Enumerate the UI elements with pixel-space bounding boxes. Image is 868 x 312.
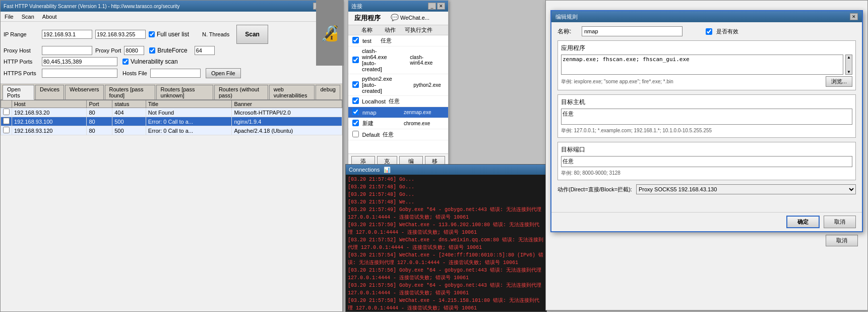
open-file-button[interactable]: Open File [206,68,241,78]
app-col-headers: 名称 动作 可执行文件 [348,25,448,35]
log-line: [03.20 21:57:52] WeChat.exe - dns.weixin… [348,236,544,251]
log-line: [03.20 21:57:56] Goby.exe *64 - gobygo.n… [348,267,544,282]
n-threads-input[interactable] [195,46,215,55]
scan-button[interactable]: Scan [236,25,268,44]
target-host-input[interactable]: 任意 [561,109,852,125]
app-checkbox[interactable] [352,97,359,104]
log-line: [03.20 21:57:48] Go... [348,183,544,191]
app-list-item[interactable]: Localhost 任意 [348,96,448,107]
connections-title: 连接 [351,3,362,10]
app-checkbox[interactable] [352,120,359,126]
tab-webservers[interactable]: Webservers [65,85,103,99]
wechat-item[interactable]: 💬 WeChat.e... [387,12,433,25]
fingerprint-panel: 🔏 [316,0,344,66]
app-list-item[interactable]: python2.exe [auto-created] python2.exe [348,74,448,96]
scanner-title: Fast HTTP Vulnerability Scanner (Version… [4,4,180,9]
brute-force-checkbox[interactable] [149,47,155,54]
proxy-port-label: Proxy Port [95,47,121,54]
row-host: 192.168.93.120 [12,126,87,135]
applist-minimize[interactable]: _ [428,3,436,10]
applist-close[interactable]: ✕ [437,3,445,10]
action-select[interactable]: Proxy SOCKS5 192.168.43.130 [636,184,856,194]
menu-file[interactable]: File [3,13,16,20]
wechat-icon: 💬 [391,14,399,21]
edit-rule-close[interactable]: ✕ [850,13,858,20]
outer-cancel-button[interactable]: 取消 [826,235,858,246]
proxy-host-label: Proxy Host [4,47,39,54]
valid-checkbox[interactable] [706,28,712,35]
app-section-title: 应用程序 [561,44,852,53]
app-list-item[interactable]: Default 任意 [348,129,448,140]
row-status: 500 [112,117,146,126]
proxy-row: Proxy Host Proxy Port BruteForce [4,46,339,55]
app-checkbox[interactable] [352,109,359,115]
hosts-file-input[interactable] [150,69,201,78]
row-checkbox[interactable] [3,109,10,115]
menu-bar: File Scan About [1,12,342,22]
col-port: Port [87,100,112,108]
full-user-list-checkbox[interactable] [149,31,155,37]
target-port-title: 目标端口 [561,145,852,154]
col-banner: Banner [232,100,342,108]
app-list-item[interactable]: nmap zenmap.exe [348,107,448,118]
row-port: 80 [87,126,112,135]
table-row[interactable]: 192.168.93.20 80 404 Not Found Microsoft… [1,108,342,117]
app-rows-container: test 任意 clash-win64.exe [auto-created] c… [348,35,448,146]
target-port-input[interactable]: 任意 [561,156,852,167]
vuln-scan-checkbox[interactable] [122,59,129,65]
row-checkbox[interactable] [3,118,10,124]
ip-start-input[interactable] [42,30,92,39]
app-list-item[interactable]: 新建 chrome.exe [348,118,448,129]
tab-open-ports[interactable]: Open Ports [3,85,34,100]
log-line: [03.20 21:57:48] Go... [348,191,544,198]
connections-titlebar: Connections 📊 [346,165,546,175]
check-col-header [351,26,361,34]
target-host-hint: 举例: 127.0.0.1; *.example.com; 192.168.1.… [561,127,852,134]
tab-web-vuln[interactable]: web vulnerabilities [269,85,315,99]
https-ports-input[interactable] [42,69,117,78]
ip-end-input[interactable] [95,30,146,39]
app-list-item[interactable]: clash-win64.exe [auto-created] clash-win… [348,46,448,74]
row-banner: Apache/2.4.18 (Ubuntu) [232,126,342,135]
edit-confirm-button[interactable]: 确定 [786,216,820,228]
table-row[interactable]: 192.168.93.120 80 500 Error: 0 Call to a… [1,126,342,135]
menu-about[interactable]: About [40,13,59,20]
proxy-host-input[interactable] [42,46,92,55]
app-list-item[interactable]: test 任意 [348,35,448,46]
n-threads-label: N. Threads [202,31,229,37]
proxy-port-input[interactable] [124,46,144,55]
table-row[interactable]: 192.168.93.100 80 500 Error: 0 Call to a… [1,117,342,126]
edit-cancel-button[interactable]: 取消 [824,216,856,228]
menu-scan[interactable]: Scan [20,13,36,20]
tab-routers-unknown[interactable]: Routers [pass unknown] [156,85,213,99]
tab-debug[interactable]: debug [316,85,340,99]
textarea-scrollbar[interactable]: ▲ ▼ [845,55,852,75]
app-checkbox[interactable] [352,81,359,88]
app-checkbox[interactable] [352,37,359,43]
target-port-box: 目标端口 任意 举例: 80; 8000-9000; 3128 [557,142,856,180]
row-banner: Microsoft-HTTPAPI/2.0 [232,108,342,117]
row-port: 80 [87,108,112,117]
log-line: [03.20 21:57:48] We... [348,198,544,206]
col-checkbox [1,100,12,108]
col-status: status [112,100,146,108]
target-host-title: 目标主机 [561,98,852,107]
table-header-row: Host Port status Title Banner [1,100,342,108]
edit-rule-title-text: 编辑规则 [555,13,578,21]
app-textarea[interactable]: zenmap.exe; fhscan.exe; fhscan_gui.exe [561,55,843,75]
row-checkbox[interactable] [3,127,10,133]
name-field-label: 名称: [557,27,578,36]
tab-routers-found[interactable]: Routers [pass found] [105,85,155,99]
col-title: Title [146,100,232,108]
app-checkbox[interactable] [352,57,359,63]
scanner-titlebar: Fast HTTP Vulnerability Scanner (Version… [1,1,342,12]
http-ports-input[interactable] [42,57,117,66]
tab-devices[interactable]: Devices [35,85,64,99]
browse-button[interactable]: 浏览... [826,76,852,87]
app-checkbox[interactable] [352,131,359,137]
app-list-tab[interactable]: 应用程序 [348,12,387,25]
tab-routers-without[interactable]: Routers (without pass) [214,85,268,99]
name-field-input[interactable] [582,26,683,36]
connections-tab2: 📊 [384,167,391,173]
log-line: [03.20 21:57:58] WeChat.exe - 14.215.158… [348,297,544,311]
